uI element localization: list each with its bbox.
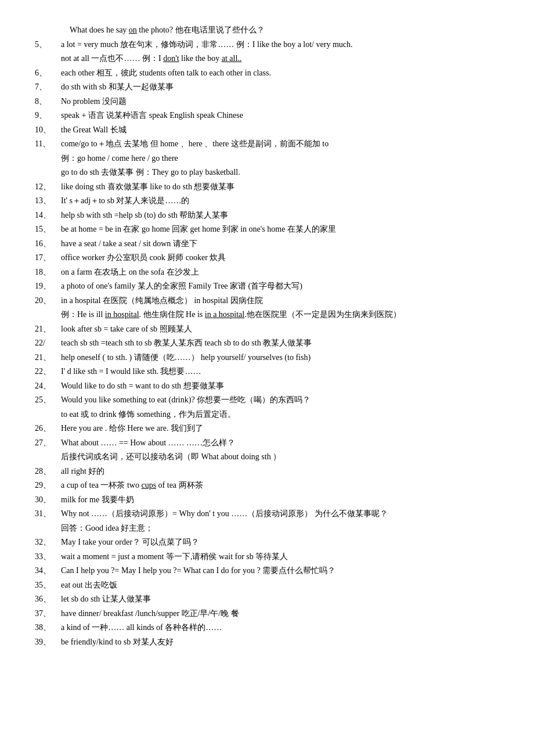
row-number: 25、 [35, 393, 61, 408]
row-text: eat out 出去吃饭 [61, 578, 499, 593]
row-number: 37、 [35, 607, 61, 621]
content-row-12: 13、It' s＋adj＋to sb 对某人来说是……的 [35, 194, 499, 208]
row-number: 6、 [35, 66, 61, 81]
content-row-6: 9、speak + 语言 说某种语言 speak English speak C… [35, 109, 499, 123]
row-text: each other 相互，彼此 students often talk to … [61, 66, 499, 81]
row-number: 24、 [35, 379, 61, 394]
content-row-30: 后接代词或名词，还可以接动名词（即 What about doing sth ） [35, 450, 499, 465]
row-text: all right 好的 [61, 465, 499, 479]
row-text: let sb do sth 让某人做某事 [61, 592, 499, 607]
row-number: 7、 [35, 80, 61, 95]
row-number: 32、 [35, 535, 61, 550]
row-number: 21、 [35, 351, 61, 365]
content-row-1: 5、a lot = very much 放在句末，修饰动词，非常…… 例：I l… [35, 38, 499, 52]
content-row-40: 36、let sb do sth 让某人做某事 [35, 592, 499, 607]
content-row-20: 例：He is ill in hospital. 他生病住院 He is in … [35, 308, 499, 322]
content-row-38: 34、Can I help you ?= May I help you ?= W… [35, 564, 499, 578]
content-row-18: 19、a photo of one's family 某人的全家照 Family… [35, 279, 499, 294]
row-number: 36、 [35, 592, 61, 607]
content-row-11: 12、like doing sth 喜欢做某事 like to do sth 想… [35, 180, 499, 195]
row-number: 11、 [35, 137, 61, 152]
content-row-3: 6、each other 相互，彼此 students often talk t… [35, 66, 499, 81]
content-row-28: 26、Here you are . 给你 Here we are. 我们到了 [35, 422, 499, 436]
content-row-23: 21、help oneself ( to sth. ) 请随便（吃……） hel… [35, 351, 499, 365]
row-text: do sth with sb 和某人一起做某事 [61, 80, 499, 95]
content-row-9: 例：go home / come here / go there [35, 152, 499, 166]
content-row-39: 35、eat out 出去吃饭 [35, 578, 499, 593]
row-number: 8、 [35, 95, 61, 109]
row-number: 15、 [35, 222, 61, 237]
content-row-31: 28、all right 好的 [35, 465, 499, 479]
row-number: 35、 [35, 578, 61, 593]
row-text: Here you are . 给你 Here we are. 我们到了 [61, 422, 499, 436]
row-text: help sb with sth =help sb (to) do sth 帮助… [61, 208, 499, 223]
row-text: have dinner/ breakfast /lunch/supper 吃正/… [61, 607, 499, 621]
row-text: wait a moment = just a moment 等一下,请稍侯 wa… [61, 550, 499, 564]
row-text: look after sb = take care of sb 照顾某人 [61, 322, 499, 337]
content-row-43: 39、be friendly/kind to sb 对某人友好 [35, 635, 499, 650]
row-text: teach sb sth =teach sth to sb 教某人某东西 tea… [61, 336, 499, 351]
content-row-19: 20、in a hospital 在医院（纯属地点概念） in hospital… [35, 294, 499, 308]
content-row-21: 21、look after sb = take care of sb 照顾某人 [35, 322, 499, 337]
content-row-13: 14、help sb with sth =help sb (to) do sth… [35, 208, 499, 223]
content-row-26: 25、Would you like something to eat (drin… [35, 393, 499, 408]
row-number: 18、 [35, 265, 61, 280]
content-row-2: not at all 一点也不…… 例：I don't like the boy… [35, 52, 499, 66]
row-number: 28、 [35, 465, 61, 479]
row-text: I' d like sth = I would like sth. 我想要…… [61, 365, 499, 379]
row-number: 12、 [35, 180, 61, 195]
row-text: be at home = be in 在家 go home 回家 get hom… [61, 222, 499, 237]
row-number: 27、 [35, 436, 61, 451]
row-number: 26、 [35, 422, 61, 436]
row-text: May I take your order？ 可以点菜了吗？ [61, 535, 499, 550]
content-row-42: 38、a kind of 一种…… all kinds of 各种各样的…… [35, 621, 499, 635]
row-text: speak + 语言 说某种语言 speak English speak Chi… [61, 109, 499, 123]
content-row-7: 10、the Great Wall 长城 [35, 123, 499, 138]
content-row-14: 15、be at home = be in 在家 go home 回家 get … [35, 222, 499, 237]
row-number: 29、 [35, 478, 61, 493]
row-text: What about …… == How about …… ……怎么样？ [61, 436, 499, 451]
content-row-5: 8、No problem 没问题 [35, 95, 499, 109]
content-row-27: to eat 或 to drink 修饰 something，作为后置定语。 [35, 408, 499, 422]
row-number: 34、 [35, 564, 61, 578]
content-row-34: 31、Why not ……（后接动词原形）= Why don' t you ……… [35, 507, 499, 521]
row-text: a lot = very much 放在句末，修饰动词，非常…… 例：I lik… [61, 38, 499, 52]
row-text: No problem 没问题 [61, 95, 499, 109]
row-number: 30、 [35, 493, 61, 507]
row-text: milk for me 我要牛奶 [61, 493, 499, 507]
row-text: It' s＋adj＋to sb 对某人来说是……的 [61, 194, 499, 208]
row-number: 10、 [35, 123, 61, 138]
content-row-37: 33、wait a moment = just a moment 等一下,请稍侯… [35, 550, 499, 564]
content-row-41: 37、have dinner/ breakfast /lunch/supper … [35, 607, 499, 621]
row-text: a cup of tea 一杯茶 two cups of tea 两杯茶 [61, 478, 499, 493]
row-text: Can I help you ?= May I help you ?= What… [61, 564, 499, 578]
content-row-10: go to do sth 去做某事 例：They go to play bask… [35, 165, 499, 180]
content-row-0: What does he say on the photo? 他在电话里说了些什… [35, 23, 499, 38]
row-number: 38、 [35, 621, 61, 635]
content-row-32: 29、a cup of tea 一杯茶 two cups of tea 两杯茶 [35, 478, 499, 493]
content-row-8: 11、come/go to＋地点 去某地 但 home 、here 、there… [35, 137, 499, 152]
row-number: 17、 [35, 251, 61, 265]
content-area: What does he say on the photo? 他在电话里说了些什… [35, 23, 499, 649]
row-text: a kind of 一种…… all kinds of 各种各样的…… [61, 621, 499, 635]
row-number: 9、 [35, 109, 61, 123]
row-text: have a seat / take a seat / sit down 请坐下 [61, 237, 499, 251]
content-row-29: 27、What about …… == How about …… ……怎么样？ [35, 436, 499, 451]
content-row-16: 17、office worker 办公室职员 cook 厨师 cooker 炊具 [35, 251, 499, 265]
content-row-15: 16、have a seat / take a seat / sit down … [35, 237, 499, 251]
row-text: be friendly/kind to sb 对某人友好 [61, 635, 499, 650]
row-text: Would like to do sth = want to do sth 想要… [61, 379, 499, 394]
content-row-25: 24、Would like to do sth = want to do sth… [35, 379, 499, 394]
content-row-4: 7、do sth with sb 和某人一起做某事 [35, 80, 499, 95]
row-text: the Great Wall 长城 [61, 123, 499, 138]
row-number: 31、 [35, 507, 61, 521]
row-number: 22、 [35, 365, 61, 379]
content-row-33: 30、milk for me 我要牛奶 [35, 493, 499, 507]
row-number: 39、 [35, 635, 61, 650]
row-number: 20、 [35, 294, 61, 308]
row-number: 14、 [35, 208, 61, 223]
row-number: 33、 [35, 550, 61, 564]
row-text: come/go to＋地点 去某地 但 home 、here 、there 这些… [61, 137, 499, 152]
row-number: 13、 [35, 194, 61, 208]
content-row-22: 22/teach sb sth =teach sth to sb 教某人某东西 … [35, 336, 499, 351]
